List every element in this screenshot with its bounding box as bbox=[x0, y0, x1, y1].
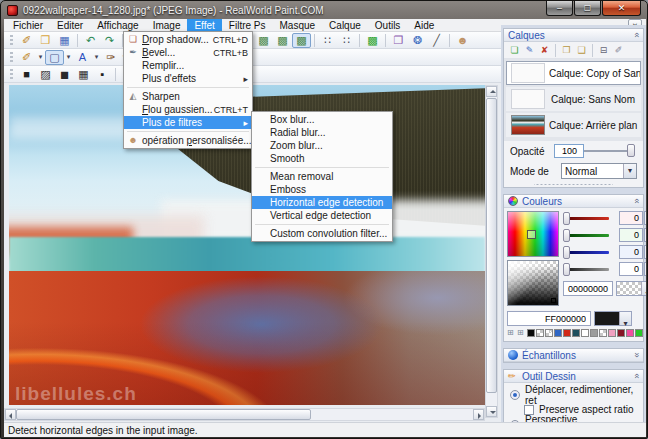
toolbar-button-open-folder-icon[interactable]: ❒ bbox=[36, 33, 55, 48]
layer-row-calque-sans-nom[interactable]: Calque: Sans Nom bbox=[506, 87, 641, 111]
opacity-input[interactable] bbox=[554, 144, 584, 158]
titlebar[interactable]: 0922wallpaper-14_1280.jpg* (JPEG Image) … bbox=[1, 1, 647, 19]
menubar-item-affichage[interactable]: Affichage bbox=[90, 19, 146, 31]
color-swatch-8[interactable] bbox=[581, 329, 589, 337]
blue-spinner[interactable] bbox=[644, 245, 646, 259]
color-swatch-14[interactable] bbox=[635, 329, 643, 337]
scroll-down-icon[interactable] bbox=[486, 406, 497, 417]
panel-resize-grip[interactable] bbox=[534, 181, 613, 187]
alpha-spinner[interactable] bbox=[644, 262, 646, 276]
color-swatch-11[interactable] bbox=[608, 329, 616, 337]
layers-tool-copy-layer-icon[interactable]: ❑ bbox=[574, 43, 589, 57]
submenu-item-mean-removal[interactable]: Mean removal bbox=[252, 170, 392, 183]
menubar-item-masque[interactable]: Masque bbox=[273, 19, 323, 31]
menubar-item-effet[interactable]: Effet bbox=[187, 19, 221, 31]
color-swatch-2[interactable] bbox=[527, 329, 535, 337]
menu-item-sharpen[interactable]: ◭Sharpen bbox=[124, 90, 252, 103]
collapse-chevron-icon[interactable] bbox=[631, 373, 641, 378]
hex-color-secondary-input[interactable] bbox=[507, 311, 591, 326]
color-swatch-6[interactable] bbox=[563, 329, 571, 337]
scroll-right-icon[interactable] bbox=[473, 409, 484, 420]
draw-tool-panel-header[interactable]: Outil Dessin bbox=[504, 370, 643, 383]
submenu-item-emboss[interactable]: Emboss bbox=[252, 183, 392, 196]
layers-tool-import-layer-icon[interactable]: ✎ bbox=[522, 43, 537, 57]
color-swatch-9[interactable] bbox=[590, 329, 598, 337]
shade-picker[interactable] bbox=[507, 260, 559, 306]
submenu-item-radial-blur[interactable]: Radial blur... bbox=[252, 126, 392, 139]
blue-value[interactable]: 0 bbox=[619, 245, 643, 259]
menu-item-drop-shadow[interactable]: ❏Drop shadow...CTRL+D bbox=[124, 33, 252, 46]
submenu-item-box-blur[interactable]: Box blur... bbox=[252, 113, 392, 126]
toolbar-button-shape-square2-icon[interactable]: ◼ bbox=[55, 67, 74, 82]
toolbar-button-photo-green-icon[interactable]: ▩ bbox=[363, 33, 382, 48]
opacity-slider[interactable] bbox=[584, 150, 635, 152]
fill-style-dropdown[interactable] bbox=[616, 281, 646, 296]
maximize-button[interactable] bbox=[574, 1, 601, 16]
red-slider-thumb[interactable] bbox=[563, 212, 570, 225]
collapse-chevron-icon[interactable] bbox=[631, 198, 641, 203]
menu-item-remplir[interactable]: Remplir... bbox=[124, 59, 252, 72]
samples-panel-header[interactable]: Échantillons bbox=[504, 349, 643, 362]
horizontal-scrollbar[interactable] bbox=[4, 408, 485, 421]
shade-marker[interactable] bbox=[551, 298, 556, 303]
layers-tool-merge-layer-icon[interactable]: ⊟ bbox=[596, 43, 611, 57]
menu-item-plus-de-filtres[interactable]: Plus de filtres bbox=[124, 116, 252, 129]
menubar-item-aide[interactable]: Aide bbox=[407, 19, 441, 31]
color-swatch-5[interactable] bbox=[554, 329, 562, 337]
red-slider[interactable] bbox=[563, 217, 609, 220]
layer-row-calque-copy-of-sans-nom[interactable]: Calque: Copy of Sans Nom bbox=[506, 61, 641, 85]
radio-d-placer-redimentioner-ret[interactable] bbox=[510, 390, 520, 400]
toolbar-button-photo-icon[interactable]: ▩ bbox=[273, 33, 292, 48]
menubar-item-editer[interactable]: Editer bbox=[50, 19, 90, 31]
scroll-up-icon[interactable] bbox=[486, 86, 497, 97]
horizontal-scroll-thumb[interactable] bbox=[16, 409, 311, 420]
toolbar-button-line-tool-icon[interactable]: ╱ bbox=[427, 33, 446, 48]
toolbar-button-undo-icon[interactable]: ↶ bbox=[81, 33, 100, 48]
menubar-item-filtre-ps[interactable]: Filtre Ps bbox=[222, 19, 273, 31]
secondary-fill-dropdown[interactable] bbox=[594, 311, 632, 326]
toolbar-button-photo-icon[interactable]: ▩ bbox=[254, 33, 273, 48]
layers-panel-header[interactable]: Calques bbox=[504, 29, 643, 42]
hue-marker[interactable] bbox=[527, 230, 536, 239]
blend-mode-select[interactable]: Normal bbox=[561, 163, 637, 179]
menu-item-op-ration-personalis-e[interactable]: ☻opération personalisée... bbox=[124, 134, 252, 147]
scroll-left-icon[interactable] bbox=[5, 409, 16, 420]
submenu-item-custom-convolution-filter[interactable]: Custom convolution filter... bbox=[252, 227, 392, 240]
vertical-scroll-thumb[interactable] bbox=[486, 98, 497, 393]
menubar-item-image[interactable]: Image bbox=[146, 19, 188, 31]
green-value[interactable]: 0 bbox=[619, 228, 643, 242]
blue-slider[interactable] bbox=[563, 251, 609, 254]
menu-item-bevel[interactable]: ✒Bevel...CTRL+B bbox=[124, 46, 252, 59]
alpha-slider[interactable] bbox=[563, 268, 609, 271]
minimize-button[interactable] bbox=[546, 1, 573, 16]
toolbar-button-magic-wand-icon[interactable]: ✐ bbox=[17, 50, 36, 65]
toolbar-button-brush-icon[interactable]: ✑ bbox=[101, 50, 120, 65]
opacity-slider-thumb[interactable] bbox=[627, 144, 635, 157]
menu-item-flou-gaussien[interactable]: Flou gaussien...CTRL+T bbox=[124, 103, 252, 116]
toolbar-button-photo-icon[interactable]: ▩ bbox=[292, 33, 311, 48]
toolbar-button-save-icon[interactable]: ▦ bbox=[55, 33, 74, 48]
blue-slider-thumb[interactable] bbox=[563, 246, 570, 259]
layers-tool-layer-effects-icon[interactable]: ✐ bbox=[611, 43, 626, 57]
alpha-value[interactable]: 0 bbox=[619, 262, 643, 276]
layer-row-calque-arri-re-plan[interactable]: Calque: Arrière plan bbox=[506, 113, 641, 137]
submenu-item-horizontal-edge-detection[interactable]: Horizontal edge detection bbox=[252, 196, 392, 209]
option-d-placer-redimentioner-ret[interactable]: Déplacer, redimentioner, ret bbox=[510, 387, 637, 402]
menu-item-plus-d-effets[interactable]: Plus d'effets bbox=[124, 72, 252, 85]
red-value[interactable]: 0 bbox=[619, 211, 643, 225]
hue-picker[interactable] bbox=[507, 211, 559, 257]
dropdown-arrow-icon[interactable] bbox=[92, 50, 101, 65]
toolbar-button-text-icon[interactable]: A bbox=[73, 50, 92, 65]
mini-grid-icon[interactable]: ⊞ bbox=[507, 329, 516, 337]
submenu-item-vertical-edge-detection[interactable]: Vertical edge detection bbox=[252, 209, 392, 222]
green-spinner[interactable] bbox=[644, 228, 646, 242]
toolbar-button-user-icon[interactable]: ☻ bbox=[453, 33, 472, 48]
mini-grid-icon[interactable]: ⊞ bbox=[517, 329, 526, 337]
layers-tool-delete-layer-icon[interactable]: ✘ bbox=[537, 43, 552, 57]
color-swatch-3[interactable] bbox=[536, 329, 544, 337]
color-swatch-4[interactable] bbox=[545, 329, 553, 337]
expand-chevron-icon[interactable] bbox=[631, 352, 641, 357]
color-swatch-12[interactable] bbox=[617, 329, 625, 337]
toolbar-button-dots-icon[interactable]: ∷ bbox=[337, 33, 356, 48]
toolbar-button-shape-small-icon[interactable]: ▪ bbox=[93, 67, 112, 82]
